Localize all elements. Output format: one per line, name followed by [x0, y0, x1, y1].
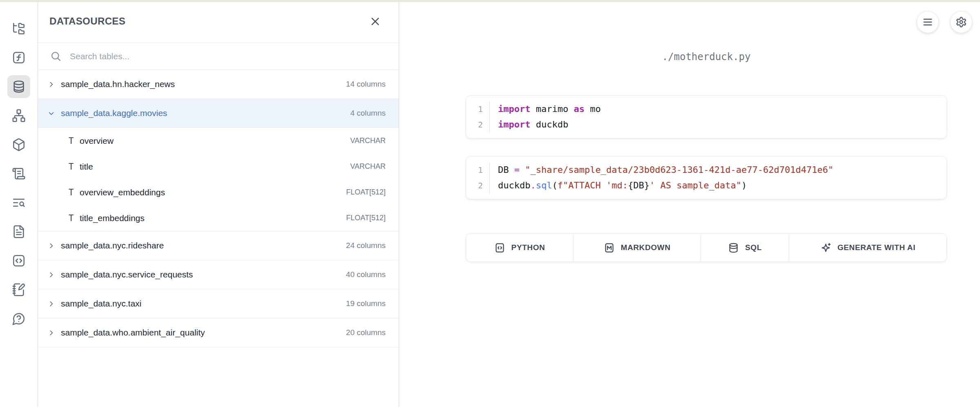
table-row[interactable]: sample_data.who.ambient_air_quality20 co…	[38, 318, 399, 347]
sparkles-icon	[820, 242, 831, 253]
table-list: sample_data.hn.hacker_news14 columnssamp…	[38, 70, 399, 407]
table-row[interactable]: sample_data.nyc.rideshare24 columns	[38, 231, 399, 260]
line-number: 2	[466, 178, 490, 193]
column-row[interactable]: ToverviewVARCHAR	[38, 128, 399, 154]
code-text: duckdb.sql(f"ATTACH 'md:{DB}' AS sample_…	[490, 178, 747, 193]
add-markdown-button[interactable]: MARKDOWN	[574, 234, 701, 262]
table-row[interactable]: sample_data.hn.hacker_news14 columns	[38, 70, 399, 99]
text-type-icon: T	[66, 136, 76, 146]
column-type: FLOAT[512]	[346, 214, 386, 222]
table-name: sample_data.who.ambient_air_quality	[61, 328, 205, 338]
sidebar-icon-rail	[0, 0, 38, 407]
column-type: VARCHAR	[350, 162, 386, 171]
table-name: sample_data.nyc.service_requests	[61, 270, 193, 280]
function-square-icon[interactable]	[7, 46, 30, 69]
column-row[interactable]: Ttitle_embeddingsFLOAT[512]	[38, 205, 399, 231]
markdown-icon	[604, 242, 615, 253]
scratchpad-icon[interactable]	[7, 278, 30, 301]
table-column-count: 14 columns	[346, 80, 386, 89]
generate-with-ai-label: GENERATE WITH AI	[837, 243, 915, 252]
add-markdown-label: MARKDOWN	[621, 243, 671, 252]
notebook-main: ./motherduck.py 1import marimo as mo2imp…	[400, 0, 980, 407]
table-name: sample_data.nyc.rideshare	[61, 241, 164, 250]
chevron-right-icon	[48, 271, 61, 278]
table-name: sample_data.nyc.taxi	[61, 299, 141, 309]
notebook-content: ./motherduck.py 1import marimo as mo2imp…	[466, 0, 947, 262]
table-column-count: 20 columns	[346, 328, 386, 337]
code-square-icon	[494, 242, 505, 253]
datasources-panel-header: DATASOURCES	[38, 0, 399, 43]
column-name: overview	[80, 136, 114, 146]
text-type-icon: T	[66, 188, 76, 197]
table-name: sample_data.kaggle.movies	[61, 108, 167, 118]
search-bar	[38, 43, 399, 70]
column-row[interactable]: Toverview_embeddingsFLOAT[512]	[38, 179, 399, 205]
database-icon	[728, 242, 739, 253]
chevron-right-icon	[48, 300, 61, 307]
code-line: 1DB = "_share/sample_data/23b0d623-1361-…	[466, 162, 947, 178]
datasources-icon[interactable]	[7, 75, 30, 98]
text-type-icon: T	[66, 162, 76, 172]
chevron-right-icon	[48, 329, 61, 336]
gear-icon[interactable]	[950, 11, 972, 33]
document-icon[interactable]	[7, 220, 30, 243]
line-number: 1	[466, 162, 490, 178]
code-text: DB = "_share/sample_data/23b0d623-1361-4…	[490, 162, 833, 178]
datasources-panel: DATASOURCES sample_data.hn.hacker_news14…	[38, 0, 399, 407]
add-cell-bar: PYTHON MARKDOWN SQL GENERATE WITH AI	[466, 233, 947, 262]
line-number: 2	[466, 117, 490, 132]
package-icon[interactable]	[7, 133, 30, 156]
chevron-down-icon	[48, 110, 61, 117]
add-python-label: PYTHON	[511, 243, 545, 252]
code-line: 2import duckdb	[466, 117, 947, 132]
window-top-edge	[0, 0, 980, 2]
file-tree-icon[interactable]	[7, 17, 30, 40]
menu-icon[interactable]	[917, 11, 939, 33]
add-sql-button[interactable]: SQL	[701, 234, 789, 262]
generate-with-ai-button[interactable]: GENERATE WITH AI	[789, 234, 947, 262]
column-type: FLOAT[512]	[346, 188, 386, 197]
column-type: VARCHAR	[350, 136, 386, 145]
table-column-count: 19 columns	[346, 299, 386, 308]
table-column-count: 40 columns	[346, 270, 386, 279]
panel-title: DATASOURCES	[49, 16, 366, 27]
top-actions	[917, 11, 972, 33]
add-sql-label: SQL	[745, 243, 762, 252]
table-row[interactable]: sample_data.kaggle.movies4 columns	[38, 99, 399, 128]
table-column-count: 4 columns	[350, 109, 386, 118]
code-text: import duckdb	[490, 117, 568, 132]
table-row[interactable]: sample_data.nyc.service_requests40 colum…	[38, 260, 399, 289]
add-python-button[interactable]: PYTHON	[466, 234, 574, 262]
column-name: overview_embeddings	[80, 188, 165, 197]
code-text: import marimo as mo	[490, 101, 601, 117]
chevron-right-icon	[48, 242, 61, 249]
search-input[interactable]	[70, 51, 389, 61]
line-number: 1	[466, 101, 490, 117]
network-icon[interactable]	[7, 104, 30, 127]
table-column-count: 24 columns	[346, 241, 386, 250]
code-line: 2duckdb.sql(f"ATTACH 'md:{DB}' AS sample…	[466, 178, 947, 193]
close-icon[interactable]	[366, 12, 384, 30]
code-square-icon[interactable]	[7, 249, 30, 272]
help-bubble-icon[interactable]	[7, 307, 30, 330]
scroll-icon[interactable]	[7, 162, 30, 185]
column-name: title	[80, 162, 93, 172]
code-line: 1import marimo as mo	[466, 101, 947, 117]
table-name: sample_data.hn.hacker_news	[61, 79, 175, 89]
search-icon	[50, 51, 62, 62]
column-row[interactable]: TtitleVARCHAR	[38, 154, 399, 179]
notebook-filename: ./motherduck.py	[466, 51, 947, 63]
code-cell[interactable]: 1import marimo as mo2import duckdb	[466, 95, 947, 139]
column-group: ToverviewVARCHARTtitleVARCHARToverview_e…	[38, 128, 399, 231]
list-search-icon[interactable]	[7, 191, 30, 214]
chevron-right-icon	[48, 81, 61, 88]
code-cell[interactable]: 1DB = "_share/sample_data/23b0d623-1361-…	[466, 156, 947, 199]
text-type-icon: T	[66, 213, 76, 223]
table-row[interactable]: sample_data.nyc.taxi19 columns	[38, 289, 399, 318]
column-name: title_embeddings	[80, 213, 145, 223]
